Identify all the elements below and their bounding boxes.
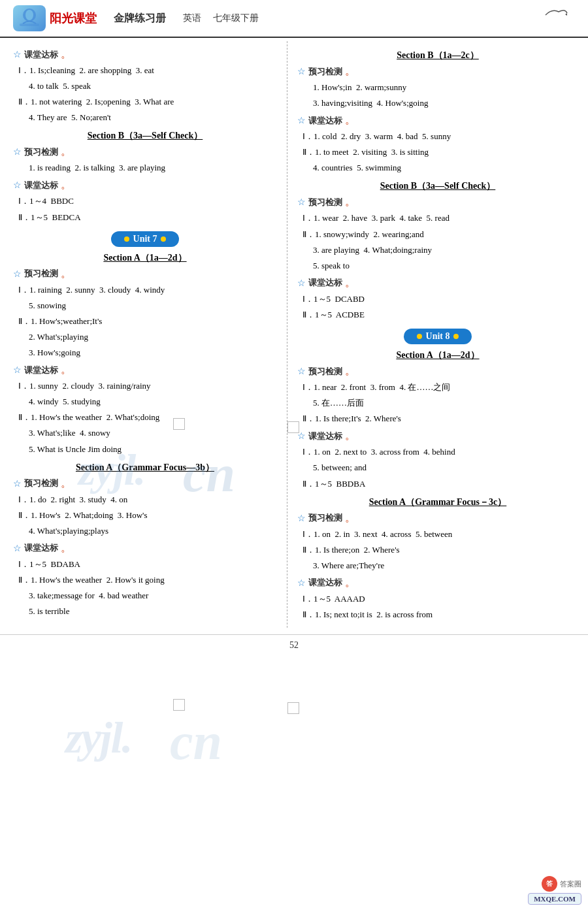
- answer-line: Ⅰ．1～5 BDABA: [18, 557, 277, 572]
- ketang-header-2: ☆ 课堂达标 。: [13, 363, 277, 377]
- answer-line: Ⅰ．1. do 2. right 3. study 4. on: [18, 493, 277, 507]
- bottom-logos: 答 答案圈 MXQE.COM: [528, 876, 581, 905]
- unit8-section-a-title: Section A（1a—2d）: [297, 349, 578, 361]
- yuxi-header-r1: ☆ 预习检测 。: [297, 65, 578, 78]
- section-b-3a-self-title-right: Section B（3a—Self Check）: [297, 180, 578, 192]
- ketang-block-1: ☆ 课堂达标 。 Ⅰ．1～4 BBDC Ⅱ．1～5 BEDCA: [13, 178, 277, 224]
- header-subject: 英语: [183, 12, 201, 24]
- ketang-block-3: ☆ 课堂达标 。 Ⅰ．1～5 BDABA Ⅱ．1. How's the weat…: [13, 542, 277, 619]
- answer-line: Ⅱ．1. not watering 2. Is;opening 3. What …: [18, 95, 277, 109]
- answer-line: 5. snowing: [29, 299, 277, 313]
- yuxi-header-3: ☆ 预习检测 。: [13, 477, 277, 491]
- ketang-header-u8g: ☆ 课堂达标 。: [297, 576, 578, 590]
- header-grade: 七年级下册: [213, 12, 259, 24]
- main-content: ☆ 课堂达标 。 Ⅰ．1. Is;cleaning 2. are shoppin…: [0, 38, 588, 631]
- logo-icon: [13, 5, 46, 31]
- answer-line: 2. What's;playing: [29, 330, 277, 344]
- ketang-header-3: ☆ 课堂达标 。: [13, 542, 277, 555]
- answer-line: Ⅱ．1. How's the weather 2. How's it going: [18, 573, 277, 587]
- answer-line: Ⅰ．1. cold 2. dry 3. warm 4. bad 5. sunny: [302, 129, 578, 144]
- logo-circle: 答: [542, 876, 557, 892]
- answer-logo: 答 答案圈: [542, 876, 581, 892]
- answer-line: 4. windy 5. studying: [29, 395, 277, 409]
- answer-line: 3. Where are;They're: [313, 559, 578, 573]
- yuxi-block-3: ☆ 预习检测 。 Ⅰ．1. do 2. right 3. study 4. on…: [13, 477, 277, 538]
- ketang-header: ☆ 课堂达标 。: [13, 178, 277, 192]
- left-top-section: ☆ 课堂达标 。 Ⅰ．1. Is;cleaning 2. are shoppin…: [13, 48, 277, 125]
- answer-line: Ⅱ．1～5 BEDCA: [18, 210, 277, 225]
- answer-line: 3. What's;like 4. snowy: [29, 426, 277, 440]
- answer-line: Ⅰ．1. Is;cleaning 2. are shopping 3. eat: [18, 63, 277, 78]
- answer-line: 3. take;message for 4. bad weather: [29, 589, 277, 603]
- svg-rect-2: [20, 24, 39, 26]
- answer-line: Ⅱ．1～5 ACDBE: [302, 308, 578, 322]
- answer-line: 5. is terrible: [29, 604, 277, 619]
- ketang-header-r2: ☆ 课堂达标 。: [297, 276, 578, 290]
- answer-line: 1. is reading 2. is talking 3. are playi…: [29, 161, 277, 175]
- ketang-unit8-2: ☆ 课堂达标 。 Ⅰ．1～5 AAAAD Ⅱ．1. Is; next to;it…: [297, 576, 578, 622]
- answer-line: Ⅰ．1～4 BBDC: [18, 194, 277, 208]
- answer-line: 4. What's;playing;plays: [29, 524, 277, 538]
- answer-line: 3. are playing 4. What;doing;rainy: [313, 243, 578, 257]
- wm-box-1: [173, 418, 185, 430]
- answer-line: Ⅰ．1. wear 2. have 3. park 4. take 5. rea…: [302, 211, 578, 225]
- yuxi-header: ☆ 预习检测 。: [13, 145, 277, 159]
- brand-name: 阳光课堂: [50, 10, 97, 26]
- answer-line: Ⅱ．1. to meet 2. visiting 3. is sitting: [302, 145, 578, 159]
- yuxi-header-r2: ☆ 预习检测 。: [297, 195, 578, 209]
- unit7-label: Unit 7: [133, 234, 157, 244]
- page-number: 52: [289, 640, 299, 650]
- ketang-header-r1: ☆ 课堂达标 。: [297, 114, 578, 127]
- grammar-focus-3c-title: Section A（Grammar Focus－3c）: [297, 496, 578, 508]
- unit7-badge: Unit 7: [13, 231, 277, 247]
- answer-line: Ⅱ．1. Is there;It's 2. Where's: [302, 412, 578, 426]
- mxqe-badge: MXQE.COM: [528, 893, 581, 905]
- answer-line: Ⅰ．1. on 2. next to 3. across from 4. beh…: [302, 445, 578, 459]
- yuxi-header-u8g: ☆ 预习检测 。: [297, 511, 578, 525]
- page-header: 阳光课堂 金牌练习册 英语 七年级下册: [0, 0, 588, 38]
- answer-line: 3. How's;going: [29, 346, 277, 360]
- grammar-focus-title: Section A（Grammar Focus—3b）: [13, 462, 277, 474]
- header-subtitle: 金牌练习册: [114, 12, 166, 25]
- svg-point-1: [25, 10, 33, 20]
- answer-line: Ⅰ．1. near 2. front 3. from 4. 在……之间: [302, 380, 578, 395]
- section-b-1a2c-title: Section B（1a—2c）: [297, 50, 578, 61]
- answer-line: Ⅱ．1. Is there;on 2. Where's: [302, 543, 578, 557]
- unit-dot-right: [161, 236, 166, 242]
- answer-line: Ⅰ．1. sunny 2. cloudy 3. raining/rainy: [18, 379, 277, 393]
- ketang-header-u8: ☆ 课堂达标 。: [297, 429, 578, 443]
- answer-line: 5. speak to: [313, 259, 578, 273]
- yuxi-right-1: ☆ 预习检测 。 1. How's;in 2. warm;sunny 3. ha…: [297, 65, 578, 110]
- answer-line: Ⅱ．1. How's 2. What;doing 3. How's: [18, 508, 277, 523]
- answer-line: 5. between; and: [313, 461, 578, 475]
- answer-line: 5. 在……后面: [313, 396, 578, 410]
- yuxi-header-u8: ☆ 预习检测 。: [297, 365, 578, 378]
- yuxi-block-1: ☆ 预习检测 。 1. is reading 2. is talking 3. …: [13, 145, 277, 175]
- unit-dot-left: [124, 236, 129, 242]
- answer-line: Ⅰ．1. on 2. in 3. next 4. across 5. betwe…: [302, 527, 578, 542]
- ketang-header-top: ☆ 课堂达标 。: [13, 48, 277, 61]
- answer-line: Ⅱ．1. snowy;windy 2. wearing;and: [302, 227, 578, 242]
- answer-line: Ⅱ．1. How's;weather;It's: [18, 314, 277, 329]
- answer-line: 4. countries 5. swimming: [313, 161, 578, 175]
- section-3a-self-check-title: Section B（3a—Self Check）: [13, 130, 277, 142]
- watermark2-lower: cn: [170, 712, 222, 771]
- ketang-block-2: ☆ 课堂达标 。 Ⅰ．1. sunny 2. cloudy 3. raining…: [13, 363, 277, 456]
- answer-line: Ⅰ．1～5 AAAAD: [302, 592, 578, 606]
- answer-line: Ⅱ．1. How's the weather 2. What's;doing: [18, 410, 277, 425]
- unit8-dot-right: [453, 334, 459, 339]
- answer-line: 5. What is Uncle Jim doing: [29, 442, 277, 457]
- unit8-badge: Unit 8: [297, 329, 578, 344]
- ketang-right-1: ☆ 课堂达标 。 Ⅰ．1. cold 2. dry 3. warm 4. bad…: [297, 114, 578, 175]
- unit8-dot-left: [417, 334, 422, 339]
- bird-decoration: [542, 5, 568, 25]
- yuxi-unit8-1: ☆ 预习检测 。 Ⅰ．1. near 2. front 3. from 4. 在…: [297, 365, 578, 426]
- answer-line: 4. They are 5. No;aren't: [29, 110, 277, 125]
- wm-box-2: [287, 421, 299, 433]
- yuxi-header-2: ☆ 预习检测 。: [13, 267, 277, 281]
- answer-line: 3. having;visiting 4. How's;going: [313, 96, 578, 110]
- yuxi-right-2: ☆ 预习检测 。 Ⅰ．1. wear 2. have 3. park 4. ta…: [297, 195, 578, 272]
- logo-text: 答案圈: [560, 879, 581, 889]
- wm-box-4: [287, 702, 299, 714]
- ketang-unit8-1: ☆ 课堂达标 。 Ⅰ．1. on 2. next to 3. across fr…: [297, 429, 578, 491]
